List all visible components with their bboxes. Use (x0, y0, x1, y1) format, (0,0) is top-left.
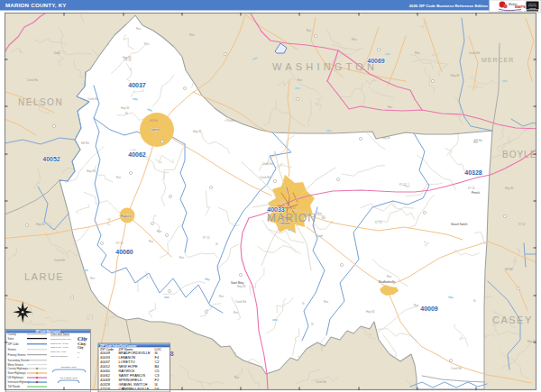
svg-text:KY 52: KY 52 (124, 59, 132, 62)
svg-text:Run: Run (234, 376, 240, 379)
svg-text:40009: 40009 (420, 305, 438, 312)
svg-text:City: City (78, 346, 84, 350)
svg-text:Pike: Pike (415, 51, 420, 55)
svg-text:Creek Rd: Creek Rd (27, 78, 38, 82)
svg-text:US Highways: US Highways (8, 376, 24, 379)
svg-text:Interstate Hwys: Interstate Hwys (60, 366, 77, 369)
svg-text:40033: 40033 (267, 206, 285, 213)
svg-text:WASHINGTON: WASHINGTON (272, 61, 378, 72)
svg-text:Creek Rd: Creek Rd (262, 162, 273, 166)
svg-text:KY 52: KY 52 (375, 221, 382, 224)
svg-text:Knob: Knob (54, 51, 60, 55)
svg-text:State Highways: State Highways (8, 371, 27, 375)
svg-text:St: St (215, 242, 218, 246)
svg-text:Market Leading Cities - Metros: Market Leading Cities - Metros - Map (498, 10, 528, 12)
svg-text:Streets: Streets (8, 348, 17, 351)
svg-text:Mill Rd: Mill Rd (505, 268, 513, 271)
svg-text:Run: Run (324, 300, 329, 304)
svg-text:MERCER: MERCER (481, 57, 514, 63)
svg-text:Hwy 84: Hwy 84 (451, 74, 460, 77)
svg-text:Hwy 84: Hwy 84 (505, 187, 514, 190)
svg-text:Run: Run (116, 176, 122, 179)
svg-text:County Highways: County Highways (8, 367, 29, 370)
svg-text:MAPS: MAPS (515, 5, 526, 9)
svg-text:Creek Rd: Creek Rd (54, 259, 65, 262)
svg-text:BOYLE: BOYLE (502, 150, 536, 160)
svg-text:Run: Run (90, 277, 96, 280)
svg-text:St: St (302, 302, 305, 305)
svg-text:St: St (311, 323, 314, 326)
svg-text:MARION: MARION (267, 212, 316, 224)
svg-text:40062: 40062 (128, 151, 146, 158)
svg-text:Run: Run (387, 275, 392, 278)
svg-text:Run: Run (149, 240, 154, 243)
svg-text:Pike: Pike (189, 33, 195, 37)
svg-text:KY 52: KY 52 (518, 223, 526, 226)
svg-text:Creek Rd: Creek Rd (316, 380, 326, 384)
svg-text:Loretto: Loretto (151, 128, 160, 132)
svg-text:Run: Run (179, 256, 185, 260)
svg-text:Cities and Towns: Cities and Towns (50, 333, 70, 336)
svg-text:Penick: Penick (472, 191, 481, 195)
svg-text:Saint Mary: Saint Mary (231, 281, 244, 285)
svg-text:Creek Rd: Creek Rd (469, 51, 480, 55)
svg-text:Listings: Listings (529, 7, 536, 9)
svg-text:Business: Business (528, 5, 537, 6)
svg-text:42718: 42718 (100, 387, 110, 391)
svg-text:KY 52: KY 52 (399, 183, 407, 187)
svg-text:Bradfordsville: Bradfordsville (379, 280, 396, 284)
svg-text:Hwy 84: Hwy 84 (193, 130, 202, 133)
svg-text:LARUE: LARUE (24, 271, 64, 282)
svg-text:40069: 40069 (367, 58, 385, 64)
svg-text:Minor Streets: Minor Streets (8, 363, 24, 367)
svg-text:Ci: Ci (78, 351, 80, 354)
svg-text:Creek Rd: Creek Rd (87, 97, 98, 101)
svg-text:County: County (8, 333, 17, 336)
svg-text:State: State (8, 337, 14, 341)
svg-text:Run: Run (157, 230, 162, 233)
svg-text:KY 52: KY 52 (203, 236, 210, 240)
svg-text:Hwy 84: Hwy 84 (121, 106, 130, 110)
svg-text:D6: D6 (155, 387, 160, 391)
svg-text:40037: 40037 (128, 82, 146, 88)
svg-text:Hwy 84: Hwy 84 (36, 223, 45, 226)
svg-text:Creek Rd: Creek Rd (451, 367, 462, 370)
svg-text:St: St (473, 299, 476, 303)
svg-text:KY 52: KY 52 (468, 187, 475, 190)
svg-text:KY 52: KY 52 (116, 242, 124, 245)
svg-text:City: City (78, 342, 87, 346)
svg-text:40052: 40052 (42, 156, 60, 162)
svg-text:Run: Run (414, 304, 419, 307)
svg-text:Pike: Pike (352, 38, 357, 41)
svg-text:Creek Rd: Creek Rd (260, 176, 270, 179)
svg-text:Run: Run (473, 141, 479, 144)
svg-text:Creek Rd: Creek Rd (235, 300, 246, 304)
svg-text:Cities 999 and Below: Cities 999 and Below (50, 355, 68, 357)
svg-text:Run: Run (307, 29, 312, 32)
svg-text:Rd: Rd (322, 216, 326, 220)
svg-text:40060: 40060 (115, 249, 133, 255)
svg-text:Run: Run (136, 27, 142, 31)
svg-text:Hwy 84: Hwy 84 (87, 169, 96, 173)
svg-text:MARION COUNTY, KY: MARION COUNTY, KY (5, 2, 67, 8)
svg-text:Hwy 84: Hwy 84 (366, 310, 375, 314)
svg-text:St: St (125, 112, 128, 115)
svg-text:Gravel Switch: Gravel Switch (451, 223, 468, 226)
svg-text:Run: Run (388, 105, 393, 109)
svg-text:Mill Rd: Mill Rd (81, 141, 89, 145)
svg-text:NELSON: NELSON (18, 97, 63, 107)
svg-text:ZIP Code: ZIP Code (8, 342, 20, 346)
svg-text:Run: Run (219, 295, 225, 298)
svg-text:Lebanon: Lebanon (280, 222, 290, 225)
svg-text:CASEY: CASEY (492, 315, 533, 325)
svg-text:Raywick: Raywick (121, 214, 132, 218)
svg-text:Mill Rd: Mill Rd (150, 119, 158, 123)
svg-text:Primary Streets: Primary Streets (8, 353, 26, 357)
svg-text:City: City (78, 335, 87, 342)
svg-text:40328: 40328 (464, 169, 482, 176)
svg-text:2020 ZIP Code Business Referen: 2020 ZIP Code Business Reference Edition (409, 4, 489, 8)
svg-text:Run: Run (234, 311, 239, 315)
svg-text:Toll Roads: Toll Roads (8, 385, 21, 388)
svg-text:Secondary Streets: Secondary Streets (8, 359, 30, 362)
svg-text:US & State Hwys: US & State Hwys (60, 377, 78, 379)
